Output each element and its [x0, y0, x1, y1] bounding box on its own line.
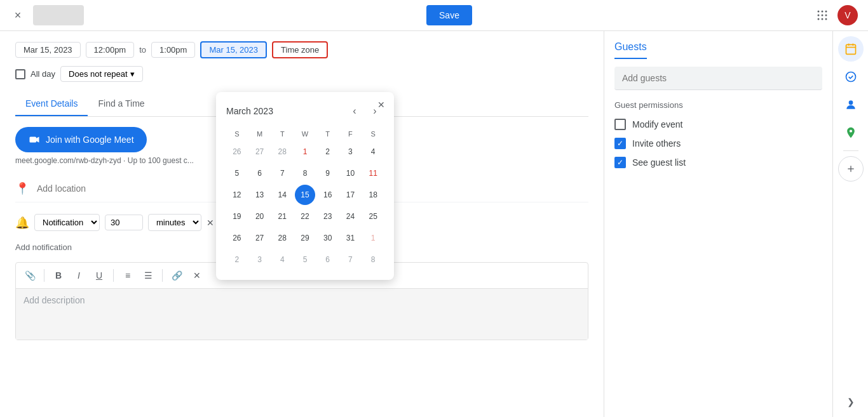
- calendar-day[interactable]: 30: [318, 228, 338, 248]
- underline-icon[interactable]: U: [90, 267, 108, 284]
- repeat-label: Does not repeat: [69, 69, 128, 79]
- sidebar-add-button[interactable]: [838, 156, 864, 182]
- calendar-day[interactable]: 28: [272, 228, 292, 248]
- end-date-chip[interactable]: Mar 15, 2023: [200, 41, 267, 58]
- repeat-button[interactable]: Does not repeat ▾: [60, 66, 143, 82]
- toolbar-divider-1: [44, 269, 44, 282]
- svg-point-1: [821, 11, 823, 13]
- calendar-day[interactable]: 1: [295, 142, 315, 162]
- calendar-day[interactable]: 10: [340, 163, 360, 183]
- content-area: Mar 15, 2023 12:00pm to 1:00pm Mar 15, 2…: [0, 31, 868, 417]
- add-guests-input[interactable]: [614, 67, 822, 90]
- save-button[interactable]: Save: [426, 5, 472, 25]
- calendar-day[interactable]: 7: [272, 163, 292, 183]
- event-title-input[interactable]: [33, 5, 84, 25]
- end-time-chip[interactable]: 1:00pm: [151, 42, 195, 58]
- calendar-popup: March 2023 ‹ › SMTWTFS262728123456789101…: [216, 92, 394, 280]
- svg-point-16: [848, 100, 853, 105]
- calendar-day[interactable]: 26: [227, 228, 247, 248]
- calendar-day[interactable]: 23: [318, 206, 338, 227]
- description-area[interactable]: Add description: [16, 289, 588, 340]
- calendar-day[interactable]: 5: [227, 163, 247, 183]
- calendar-day[interactable]: 25: [363, 206, 383, 227]
- attach-icon[interactable]: 📎: [21, 267, 39, 284]
- calendar-day[interactable]: 18: [363, 185, 383, 205]
- calendar-day[interactable]: 2: [227, 249, 247, 270]
- calendar-day[interactable]: 16: [318, 185, 338, 205]
- guests-header: Guests: [614, 41, 647, 59]
- calendar-day[interactable]: 20: [250, 206, 270, 227]
- start-date-chip[interactable]: Mar 15, 2023: [15, 42, 81, 58]
- calendar-day[interactable]: 6: [318, 249, 338, 270]
- join-meet-button[interactable]: Join with Google Meet: [15, 127, 147, 152]
- calendar-prev-button[interactable]: ‹: [346, 102, 363, 120]
- notification-type-select[interactable]: Notification: [34, 214, 100, 231]
- calendar-day[interactable]: 31: [340, 228, 360, 248]
- meet-button-label: Join with Google Meet: [46, 135, 134, 145]
- svg-point-4: [821, 15, 823, 17]
- calendar-day[interactable]: 5: [295, 249, 315, 270]
- calendar-day[interactable]: 8: [295, 163, 315, 183]
- timezone-button[interactable]: Time zone: [272, 41, 328, 58]
- tab-find-time[interactable]: Find a Time: [88, 92, 154, 116]
- close-icon[interactable]: ×: [10, 8, 25, 23]
- tab-event-details[interactable]: Event Details: [15, 92, 88, 116]
- calendar-day[interactable]: 15: [295, 185, 315, 205]
- calendar-close-icon[interactable]: ✕: [374, 97, 389, 112]
- sidebar-icon-contacts[interactable]: [838, 92, 864, 117]
- svg-point-6: [817, 18, 819, 20]
- calendar-day[interactable]: 4: [363, 142, 383, 162]
- calendar-day[interactable]: 6: [250, 163, 270, 183]
- avatar[interactable]: V: [837, 5, 858, 25]
- calendar-day[interactable]: 8: [363, 249, 383, 270]
- ordered-list-icon[interactable]: ≡: [119, 267, 137, 284]
- svg-point-3: [817, 15, 819, 17]
- calendar-day[interactable]: 9: [318, 163, 338, 183]
- calendar-day[interactable]: 17: [340, 185, 360, 205]
- sidebar-icon-calendar[interactable]: [838, 36, 864, 62]
- bold-icon[interactable]: B: [50, 267, 67, 284]
- calendar-day[interactable]: 27: [250, 142, 270, 162]
- calendar-day[interactable]: 26: [227, 142, 247, 162]
- calendar-day[interactable]: 27: [250, 228, 270, 248]
- clear-format-icon[interactable]: ✕: [188, 267, 206, 284]
- calendar-day[interactable]: 7: [340, 249, 360, 270]
- link-icon[interactable]: 🔗: [168, 267, 186, 284]
- permission-row: See guest list: [614, 153, 822, 172]
- calendar-day[interactable]: 13: [250, 185, 270, 205]
- allday-checkbox[interactable]: [15, 69, 25, 79]
- calendar-day[interactable]: 12: [227, 185, 247, 205]
- checkbox-checked[interactable]: [614, 138, 626, 149]
- italic-icon[interactable]: I: [70, 267, 88, 284]
- calendar-day[interactable]: 4: [272, 249, 292, 270]
- calendar-day[interactable]: 21: [272, 206, 292, 227]
- start-time-chip[interactable]: 12:00pm: [86, 42, 135, 58]
- calendar-day[interactable]: 28: [272, 142, 292, 162]
- checkbox-checked[interactable]: [614, 157, 626, 168]
- sidebar-icon-maps[interactable]: [838, 120, 864, 145]
- calendar-day[interactable]: 24: [340, 206, 360, 227]
- calendar-day-header: W: [294, 128, 316, 140]
- calendar-day[interactable]: 2: [318, 142, 338, 162]
- calendar-day[interactable]: 19: [227, 206, 247, 227]
- sidebar-expand-icon[interactable]: ❯: [842, 392, 860, 412]
- permission-row: Invite others: [614, 134, 822, 153]
- calendar-day[interactable]: 29: [295, 228, 315, 248]
- notification-clear-icon[interactable]: ✕: [207, 218, 214, 228]
- svg-point-7: [821, 18, 823, 20]
- calendar-day[interactable]: 11: [363, 163, 383, 183]
- calendar-day[interactable]: 1: [363, 228, 383, 248]
- toolbar-divider-2: [113, 269, 114, 282]
- unordered-list-icon[interactable]: ☰: [139, 267, 157, 284]
- apps-icon[interactable]: [815, 8, 830, 23]
- calendar-day[interactable]: 3: [340, 142, 360, 162]
- notification-value-input[interactable]: [105, 215, 143, 230]
- calendar-day[interactable]: 22: [295, 206, 315, 227]
- calendar-day[interactable]: 3: [250, 249, 270, 270]
- sidebar-icon-tasks[interactable]: [838, 64, 864, 89]
- checkbox-unchecked[interactable]: [614, 119, 626, 130]
- calendar-day-header: S: [362, 128, 384, 140]
- sidebar-divider: [843, 150, 858, 151]
- calendar-day[interactable]: 14: [272, 185, 292, 205]
- notification-unit-select[interactable]: minutes: [148, 214, 201, 231]
